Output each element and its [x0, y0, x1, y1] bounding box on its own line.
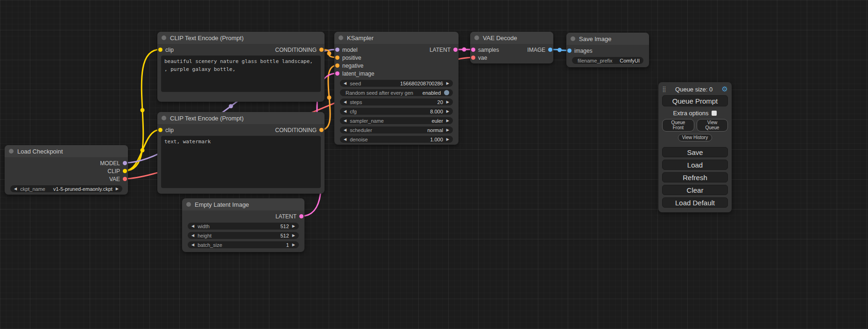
arrow-left-icon[interactable]: ◀: [14, 187, 17, 191]
arrow-left-icon[interactable]: ◀: [344, 137, 346, 141]
arrow-right-icon[interactable]: ▶: [446, 109, 449, 113]
toggle-knob-icon[interactable]: [444, 90, 449, 95]
queue-front-button[interactable]: Queue Front: [662, 119, 694, 132]
node-ksampler[interactable]: KSampler model LATENT positive negative …: [334, 32, 459, 145]
arrow-left-icon[interactable]: ◀: [344, 128, 346, 132]
conditioning-port-icon[interactable]: [319, 128, 324, 132]
node-save-image[interactable]: Save Image images filename_prefix ComfyU…: [566, 33, 649, 67]
widget-value[interactable]: 512: [280, 233, 289, 238]
widget-random-seed-toggle[interactable]: Random seed after every gen enabled: [340, 89, 453, 96]
arrow-right-icon[interactable]: ▶: [446, 100, 449, 104]
extra-options-checkbox[interactable]: [712, 111, 717, 116]
widget-value[interactable]: euler: [431, 118, 443, 124]
collapse-dot-icon[interactable]: [162, 116, 166, 120]
widget-value[interactable]: 8.000: [430, 109, 443, 114]
widget-value[interactable]: 512: [280, 224, 289, 229]
node-title-bar[interactable]: CLIP Text Encode (Prompt): [157, 32, 325, 44]
node-load-checkpoint[interactable]: Load Checkpoint MODEL CLIP VAE ◀ ckpt_na…: [5, 145, 128, 195]
clear-button[interactable]: Clear: [662, 185, 728, 195]
widget-width[interactable]: ◀ width 512 ▶: [188, 223, 299, 230]
widget-denoise[interactable]: ◀ denoise 1.000 ▶: [340, 136, 453, 143]
widget-value[interactable]: enabled: [423, 90, 441, 96]
arrow-right-icon[interactable]: ▶: [446, 128, 449, 132]
widget-value[interactable]: 1: [286, 242, 289, 248]
conditioning-port-icon[interactable]: [335, 56, 339, 60]
vae-port-icon[interactable]: [123, 177, 127, 181]
widget-value[interactable]: 156680208700286: [400, 81, 443, 86]
latent-port-icon[interactable]: [471, 48, 475, 52]
arrow-left-icon[interactable]: ◀: [344, 109, 346, 113]
widget-height[interactable]: ◀ height 512 ▶: [188, 232, 299, 239]
arrow-left-icon[interactable]: ◀: [191, 224, 194, 228]
node-title-bar[interactable]: CLIP Text Encode (Prompt): [157, 112, 325, 124]
node-vae-decode[interactable]: VAE Decode samples IMAGE vae: [470, 32, 553, 63]
node-title: CLIP Text Encode (Prompt): [170, 115, 244, 122]
widget-scheduler[interactable]: ◀ scheduler normal ▶: [340, 126, 453, 133]
link-midpoint-positive-conditioning: [327, 51, 332, 56]
image-port-icon[interactable]: [548, 48, 552, 52]
collapse-dot-icon[interactable]: [571, 36, 575, 41]
node-title-bar[interactable]: Load Checkpoint: [5, 145, 128, 157]
load-default-button[interactable]: Load Default: [662, 197, 728, 208]
widget-value[interactable]: 1.000: [430, 137, 443, 142]
collapse-dot-icon[interactable]: [162, 35, 166, 40]
view-queue-button[interactable]: View Queue: [697, 119, 728, 132]
arrow-right-icon[interactable]: ▶: [116, 187, 119, 191]
node-empty-latent-image[interactable]: Empty Latent Image LATENT ◀ width 512 ▶ …: [182, 198, 304, 252]
drag-handle-icon[interactable]: ⣿: [662, 86, 666, 92]
node-clip-text-encode-positive[interactable]: CLIP Text Encode (Prompt) clip CONDITION…: [157, 32, 325, 102]
conditioning-port-icon[interactable]: [335, 63, 339, 68]
arrow-left-icon[interactable]: ◀: [191, 243, 194, 247]
model-port-icon[interactable]: [123, 161, 127, 165]
arrow-right-icon[interactable]: ▶: [292, 243, 295, 247]
vae-port-icon[interactable]: [471, 56, 475, 60]
arrow-right-icon[interactable]: ▶: [446, 119, 449, 123]
gear-icon[interactable]: ⚙: [722, 85, 728, 93]
widget-sampler-name[interactable]: ◀ sampler_name euler ▶: [340, 117, 453, 124]
clip-port-icon[interactable]: [123, 169, 127, 173]
widget-value[interactable]: normal: [427, 127, 443, 133]
widget-cfg[interactable]: ◀ cfg 8.000 ▶: [340, 108, 453, 115]
clip-port-icon[interactable]: [158, 128, 162, 132]
model-port-icon[interactable]: [335, 48, 339, 52]
prompt-text-input[interactable]: text, watermark: [161, 136, 321, 188]
queue-prompt-button[interactable]: Queue Prompt: [662, 95, 728, 106]
node-clip-text-encode-negative[interactable]: CLIP Text Encode (Prompt) clip CONDITION…: [157, 112, 325, 194]
collapse-dot-icon[interactable]: [339, 35, 343, 40]
node-title-bar[interactable]: Empty Latent Image: [182, 198, 304, 210]
latent-port-icon[interactable]: [453, 48, 458, 52]
collapse-dot-icon[interactable]: [9, 149, 14, 154]
refresh-button[interactable]: Refresh: [662, 172, 728, 182]
widget-value[interactable]: ComfyUI: [620, 58, 640, 63]
arrow-left-icon[interactable]: ◀: [191, 233, 194, 238]
arrow-left-icon[interactable]: ◀: [344, 100, 346, 104]
node-title-bar[interactable]: KSampler: [334, 32, 459, 44]
widget-filename-prefix[interactable]: filename_prefix ComfyUI: [572, 57, 643, 64]
save-button[interactable]: Save: [662, 147, 728, 157]
node-title-bar[interactable]: Save Image: [566, 33, 649, 45]
view-history-button[interactable]: View History: [678, 134, 712, 141]
widget-batch-size[interactable]: ◀ batch_size 1 ▶: [188, 241, 299, 248]
clip-port-icon[interactable]: [158, 48, 162, 52]
widget-ckpt-name[interactable]: ◀ ckpt_name v1-5-pruned-emaonly.ckpt ▶: [10, 185, 122, 192]
collapse-dot-icon[interactable]: [186, 202, 191, 207]
arrow-left-icon[interactable]: ◀: [344, 81, 346, 85]
load-button[interactable]: Load: [662, 160, 728, 170]
image-port-icon[interactable]: [567, 49, 572, 53]
latent-port-icon[interactable]: [299, 214, 303, 218]
widget-label: ckpt_name: [20, 186, 45, 192]
arrow-right-icon[interactable]: ▶: [292, 224, 295, 228]
node-title-bar[interactable]: VAE Decode: [470, 32, 553, 44]
widget-value[interactable]: v1-5-pruned-emaonly.ckpt: [53, 186, 113, 192]
prompt-text-input[interactable]: beautiful scenery nature glass bottle la…: [161, 56, 321, 92]
collapse-dot-icon[interactable]: [474, 35, 479, 40]
latent-port-icon[interactable]: [335, 71, 339, 76]
widget-value[interactable]: 20: [438, 99, 443, 105]
arrow-right-icon[interactable]: ▶: [446, 137, 449, 141]
arrow-right-icon[interactable]: ▶: [292, 233, 295, 238]
widget-steps[interactable]: ◀ steps 20 ▶: [340, 98, 453, 105]
arrow-right-icon[interactable]: ▶: [446, 81, 449, 85]
conditioning-port-icon[interactable]: [319, 48, 324, 52]
widget-seed[interactable]: ◀ seed 156680208700286 ▶: [340, 80, 453, 87]
arrow-left-icon[interactable]: ◀: [344, 119, 346, 123]
